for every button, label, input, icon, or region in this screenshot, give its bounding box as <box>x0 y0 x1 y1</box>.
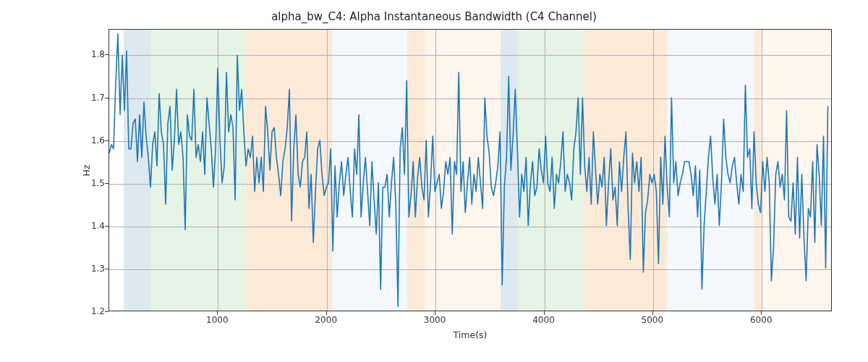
y-tick-mark <box>105 183 109 184</box>
x-axis-label: Time(s) <box>109 329 832 340</box>
x-tick-label: 5000 <box>642 315 664 325</box>
y-tick-mark <box>105 226 109 227</box>
x-tick-mark <box>217 311 218 315</box>
x-tick-label: 6000 <box>750 315 773 325</box>
y-tick-mark <box>105 54 109 55</box>
figure: alpha_bw_C4: Alpha Instantaneous Bandwid… <box>0 0 868 362</box>
x-tick-mark <box>435 311 435 315</box>
data-line <box>109 30 831 311</box>
y-tick-label: 1.7 <box>69 93 105 103</box>
x-tick-mark <box>761 311 762 315</box>
series-line <box>109 34 827 306</box>
y-tick-label: 1.6 <box>69 135 105 146</box>
plot-area <box>109 29 832 311</box>
x-tick-label: 2000 <box>315 315 337 325</box>
x-tick-label: 1000 <box>206 315 229 325</box>
y-tick-label: 1.4 <box>69 221 105 231</box>
x-tick-mark <box>544 311 545 315</box>
y-tick-mark <box>105 311 109 312</box>
x-tick-mark <box>652 311 653 315</box>
chart-title: alpha_bw_C4: Alpha Instantaneous Bandwid… <box>0 10 868 23</box>
x-tick-label: 3000 <box>424 315 446 325</box>
y-axis-label: Hz <box>82 164 93 176</box>
y-tick-label: 1.2 <box>69 306 105 316</box>
x-tick-mark <box>326 311 327 315</box>
y-tick-label: 1.5 <box>69 178 105 188</box>
y-tick-mark <box>105 140 109 141</box>
y-tick-mark <box>105 98 109 98</box>
y-tick-label: 1.8 <box>69 49 105 59</box>
y-tick-mark <box>105 269 109 269</box>
x-tick-label: 4000 <box>532 315 555 325</box>
y-tick-label: 1.3 <box>69 264 105 274</box>
